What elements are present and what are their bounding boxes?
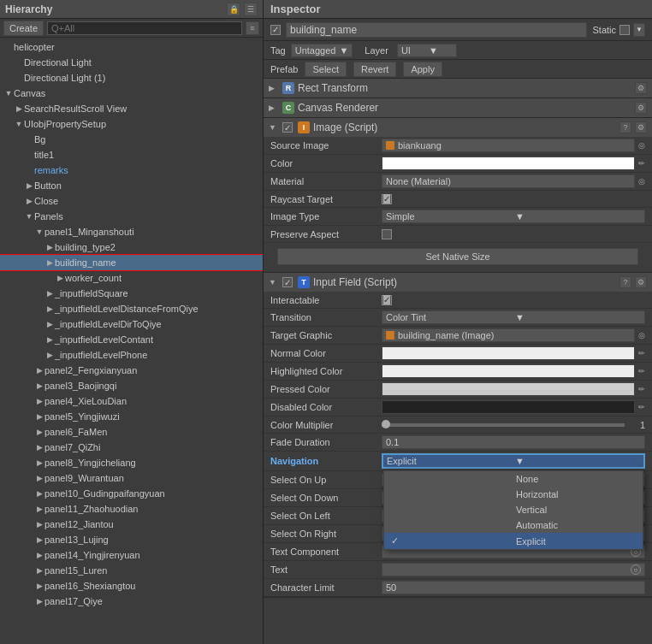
color-multiplier-slider[interactable]: 1 xyxy=(382,420,645,430)
hierarchy-item-helicopter[interactable]: helicopter xyxy=(0,39,263,55)
input-field-header[interactable]: ▼ T Input Field (Script) ? ⚙ xyxy=(264,273,652,292)
image-script-header[interactable]: ▼ I Image (Script) ? ⚙ xyxy=(264,118,652,137)
hierarchy-item-bg[interactable]: Bg xyxy=(0,132,263,147)
hierarchy-item-inputfield-square[interactable]: _inputfieldSquare xyxy=(0,286,263,301)
hierarchy-item-directional-light-1[interactable]: Directional Light (1) xyxy=(0,70,263,86)
disabled-color-edit-icon[interactable]: ✏ xyxy=(638,403,645,411)
hierarchy-item-remarks[interactable]: remarks xyxy=(0,162,263,178)
prefab-select-button[interactable]: Select xyxy=(305,62,347,77)
hierarchy-item-inputfield-level-dir[interactable]: _inputfieldLevelDirToQiye xyxy=(0,316,263,332)
normal-color-swatch[interactable] xyxy=(382,346,635,360)
hierarchy-item-panel11[interactable]: panel11_Zhaohuodian xyxy=(0,501,263,517)
hierarchy-item-panel2[interactable]: panel2_Fengxianyuan xyxy=(0,363,263,378)
input-field-settings-icon[interactable]: ⚙ xyxy=(635,276,647,288)
nav-option-vertical[interactable]: Vertical xyxy=(384,502,643,517)
material-value[interactable]: None (Material) xyxy=(382,174,635,188)
canvas-renderer-settings-icon[interactable]: ⚙ xyxy=(635,102,647,114)
rect-transform-header[interactable]: ▶ R Rect Transform ⚙ xyxy=(264,79,652,97)
pressed-color-swatch[interactable] xyxy=(382,382,635,396)
nav-option-none[interactable]: None xyxy=(384,471,643,487)
target-graphic-circle-icon[interactable]: ◎ xyxy=(638,331,645,340)
object-name-input[interactable] xyxy=(286,22,587,38)
hierarchy-item-worker-count[interactable]: worker_count xyxy=(0,270,263,286)
text-value[interactable]: ○ xyxy=(382,563,645,576)
tag-dropdown[interactable]: Untagged ▼ xyxy=(291,44,353,57)
tree-item-label: worker_count xyxy=(65,273,122,283)
transition-dropdown[interactable]: Color Tint ▼ xyxy=(382,310,645,324)
image-type-arrow-icon: ▼ xyxy=(515,211,641,222)
hierarchy-item-title1[interactable]: title1 xyxy=(0,147,263,162)
object-enabled-checkbox[interactable] xyxy=(270,25,281,35)
hierarchy-item-inputfield-level-dist[interactable]: _inputfieldLevelDistanceFromQiye xyxy=(0,301,263,316)
set-native-button[interactable]: Set Native Size xyxy=(277,248,638,265)
raycast-checkbox[interactable] xyxy=(382,194,392,204)
hierarchy-item-building-type2[interactable]: building_type2 xyxy=(0,239,263,255)
text-circle-icon[interactable]: ○ xyxy=(631,564,641,575)
hierarchy-item-panel1[interactable]: panel1_Minganshouti xyxy=(0,224,263,239)
layer-dropdown[interactable]: UI ▼ xyxy=(397,44,457,57)
interactable-checkbox[interactable] xyxy=(382,295,392,305)
disabled-color-swatch[interactable] xyxy=(382,400,635,414)
material-circle-icon[interactable]: ◎ xyxy=(638,177,645,186)
hierarchy-item-panel15[interactable]: panel15_Luren xyxy=(0,563,263,578)
image-script-enabled[interactable] xyxy=(282,122,293,133)
hierarchy-item-panel7[interactable]: panel7_QiZhi xyxy=(0,440,263,455)
hierarchy-item-panel8[interactable]: panel8_Yingjicheliang xyxy=(0,455,263,470)
nav-option-automatic[interactable]: Automatic xyxy=(384,517,643,533)
normal-color-edit-icon[interactable]: ✏ xyxy=(638,349,645,357)
filter-icon[interactable]: ≡ xyxy=(246,21,259,35)
color-edit-icon[interactable]: ✏ xyxy=(638,159,645,168)
hierarchy-item-panels[interactable]: Panels xyxy=(0,209,263,224)
source-image-value[interactable]: biankuang xyxy=(382,139,635,152)
pressed-color-edit-icon[interactable]: ✏ xyxy=(638,385,645,393)
hierarchy-item-panel5[interactable]: panel5_Yingjiwuzi xyxy=(0,409,263,424)
menu-icon[interactable]: ☰ xyxy=(244,3,258,16)
highlighted-color-edit-icon[interactable]: ✏ xyxy=(638,367,645,375)
image-script-settings-icon[interactable]: ⚙ xyxy=(635,121,647,133)
hierarchy-item-panel17[interactable]: panel17_Qiye xyxy=(0,594,263,609)
canvas-renderer-header[interactable]: ▶ C Canvas Renderer ⚙ xyxy=(264,98,652,117)
hierarchy-item-panel14[interactable]: panel14_Yingjirenyuan xyxy=(0,547,263,563)
preserve-checkbox[interactable] xyxy=(382,229,392,239)
hierarchy-item-canvas[interactable]: Canvas xyxy=(0,86,263,101)
static-checkbox[interactable] xyxy=(619,25,630,35)
nav-option-explicit[interactable]: ✓ Explicit xyxy=(384,533,643,549)
hierarchy-item-inputfield-level-cont[interactable]: _inputfieldLevelContant xyxy=(0,332,263,347)
hierarchy-item-panel12[interactable]: panel12_Jiantou xyxy=(0,517,263,532)
source-image-circle-icon[interactable]: ◎ xyxy=(638,141,645,150)
hierarchy-item-panel3[interactable]: panel3_Baojingqi xyxy=(0,378,263,393)
input-field-enabled[interactable] xyxy=(282,277,293,287)
input-field-help-icon[interactable]: ? xyxy=(619,276,631,288)
hierarchy-item-panel4[interactable]: panel4_XieLouDian xyxy=(0,393,263,409)
hierarchy-item-search-result[interactable]: SearchResultScroll View xyxy=(0,101,263,116)
hierarchy-item-panel9[interactable]: panel9_Wurantuan xyxy=(0,470,263,486)
target-graphic-value[interactable]: building_name (Image) xyxy=(382,328,635,342)
hierarchy-item-panel10[interactable]: panel10_Gudingpaifangyuan xyxy=(0,486,263,501)
tree-item-label: panel17_Qiye xyxy=(44,596,103,606)
image-script-help-icon[interactable]: ? xyxy=(619,121,631,133)
hierarchy-item-panel16[interactable]: panel16_Shexiangtou xyxy=(0,578,263,594)
highlighted-color-swatch[interactable] xyxy=(382,364,635,378)
nav-option-horizontal[interactable]: Horizontal xyxy=(384,487,643,502)
hierarchy-item-uiobjprop[interactable]: UIobjPropertySetup xyxy=(0,116,263,132)
hierarchy-item-panel6[interactable]: panel6_FaMen xyxy=(0,424,263,440)
image-type-dropdown[interactable]: Simple ▼ xyxy=(382,210,645,223)
char-limit-input[interactable] xyxy=(382,581,645,594)
static-dropdown[interactable]: ▼ xyxy=(633,23,645,37)
prefab-apply-button[interactable]: Apply xyxy=(403,62,442,77)
image-script-title: Image (Script) xyxy=(313,121,616,133)
fade-duration-input[interactable] xyxy=(382,435,645,449)
rect-transform-settings-icon[interactable]: ⚙ xyxy=(635,82,647,94)
lock-icon[interactable]: 🔒 xyxy=(227,3,240,16)
hierarchy-item-directional-light[interactable]: Directional Light xyxy=(0,55,263,70)
search-input[interactable] xyxy=(47,21,242,35)
hierarchy-item-building-name[interactable]: building_name xyxy=(0,255,263,270)
hierarchy-item-inputfield-level-phone[interactable]: _inputfieldLevelPhone xyxy=(0,347,263,363)
prefab-revert-button[interactable]: Revert xyxy=(353,62,396,77)
color-swatch[interactable] xyxy=(382,157,635,170)
hierarchy-item-close[interactable]: Close xyxy=(0,193,263,209)
create-button[interactable]: Create xyxy=(3,21,44,36)
hierarchy-item-button[interactable]: Button xyxy=(0,178,263,193)
navigation-dropdown[interactable]: Explicit ▼ None Horizontal xyxy=(382,453,645,469)
hierarchy-item-panel13[interactable]: panel13_Lujing xyxy=(0,532,263,547)
